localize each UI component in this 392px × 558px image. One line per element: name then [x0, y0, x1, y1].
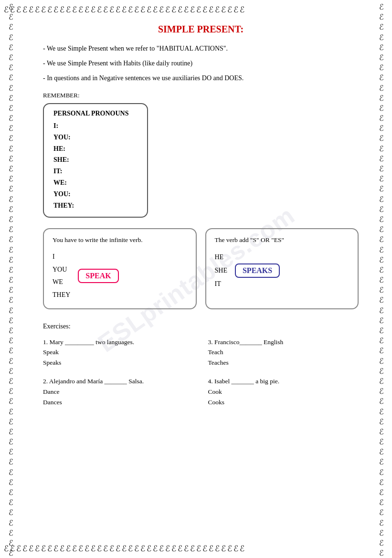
exercise-4-option-1: Cook	[208, 387, 359, 397]
pronoun-i: I:	[53, 120, 138, 132]
left-verb-badge: SPEAK	[78, 269, 118, 283]
title-text-red: SIMPLE PRESENT:	[158, 24, 244, 34]
right-verb-badge: SPEAKS	[235, 263, 280, 278]
page: ℰℰℰℰℰℰℰℰℰℰℰℰℰℰℰℰℰℰℰℰℰℰℰℰℰℰℰℰℰℰℰℰℰℰℰℰℰℰℰ …	[0, 0, 392, 558]
left-info-box: You have to write the infinite verb. I Y…	[43, 228, 197, 309]
main-content: SIMPLE PRESENT: - We use Simple Present …	[43, 24, 359, 416]
exercise-3-option-2: Teaches	[208, 358, 359, 368]
pronoun-we: WE:	[53, 177, 138, 189]
pronoun-it: IT:	[53, 166, 138, 177]
border-top: ℰℰℰℰℰℰℰℰℰℰℰℰℰℰℰℰℰℰℰℰℰℰℰℰℰℰℰℰℰℰℰℰℰℰℰℰℰℰℰ	[0, 0, 392, 19]
verb-boxes: You have to write the infinite verb. I Y…	[43, 228, 359, 309]
left-pronoun-list: I YOU WE THEY	[53, 251, 70, 301]
exercise-2-sentence: 2. Alejandro and María _______ Salsa.	[43, 376, 194, 387]
left-pronoun-they: THEY	[53, 289, 70, 302]
exercise-1-sentence: 1. Mary _________ two languages.	[43, 337, 194, 347]
exercise-2-option-1: Dance	[43, 387, 194, 397]
right-pronoun-verb-row: HE SHE IT SPEAKS	[215, 251, 350, 291]
exercise-2: 2. Alejandro and María _______ Salsa. Da…	[43, 376, 194, 407]
border-right: ℰ ℰ ℰ ℰ ℰ ℰ ℰ ℰ ℰ ℰ ℰ ℰ ℰ ℰ ℰ ℰ ℰ ℰ ℰ ℰ …	[371, 0, 392, 558]
pronouns-box-title: PERSONAL PRONOUNS	[53, 110, 138, 117]
exercise-1: 1. Mary _________ two languages. Speak S…	[43, 337, 194, 368]
pronoun-he: HE:	[53, 143, 138, 155]
right-pronoun-he: HE	[215, 251, 227, 264]
rule-1: - We use Simple Present when we refer to…	[43, 43, 359, 53]
rule-2: - We use Simple Present with Habits (lik…	[43, 58, 359, 68]
right-pronoun-list: HE SHE IT	[215, 251, 227, 291]
exercise-3-option-1: Teach	[208, 347, 359, 358]
exercises-grid: 1. Mary _________ two languages. Speak S…	[43, 337, 359, 416]
border-left: ℰ ℰ ℰ ℰ ℰ ℰ ℰ ℰ ℰ ℰ ℰ ℰ ℰ ℰ ℰ ℰ ℰ ℰ ℰ ℰ …	[0, 0, 21, 558]
exercise-3: 3. Francisco_______ English Teach Teache…	[208, 337, 359, 368]
border-bottom: ℰℰℰℰℰℰℰℰℰℰℰℰℰℰℰℰℰℰℰℰℰℰℰℰℰℰℰℰℰℰℰℰℰℰℰℰℰℰℰ	[0, 539, 392, 558]
left-pronoun-we: WE	[53, 276, 70, 289]
right-pronoun-she: SHE	[215, 264, 227, 277]
left-pronoun-i: I	[53, 251, 70, 263]
pronoun-you: YOU:	[53, 132, 138, 143]
exercise-4-option-2: Cooks	[208, 397, 359, 408]
exercise-4-sentence: 4. Isabel _______ a big pie.	[208, 376, 359, 387]
remember-label: REMEMBER:	[43, 92, 359, 99]
right-info-box: The verb add "S" OR "ES" HE SHE IT SPEAK…	[205, 228, 359, 309]
left-pronoun-verb-row: I YOU WE THEY SPEAK	[53, 251, 187, 301]
exercise-3-sentence: 3. Francisco_______ English	[208, 337, 359, 347]
pronouns-box: PERSONAL PRONOUNS I: YOU: HE: SHE: IT: W…	[43, 103, 148, 218]
pronoun-you2: YOU:	[53, 189, 138, 200]
exercises-title: Exercises:	[43, 323, 359, 330]
right-pronoun-it: IT	[215, 277, 227, 291]
exercise-2-option-2: Dances	[43, 397, 194, 408]
page-title: SIMPLE PRESENT:	[43, 24, 359, 35]
right-box-intro: The verb add "S" OR "ES"	[215, 236, 350, 245]
exercise-4: 4. Isabel _______ a big pie. Cook Cooks	[208, 376, 359, 407]
exercise-1-option-1: Speak	[43, 347, 194, 358]
pronoun-she: SHE:	[53, 154, 138, 166]
exercise-1-option-2: Speaks	[43, 358, 194, 368]
exercises-section: Exercises: 1. Mary _________ two languag…	[43, 323, 359, 416]
left-box-intro: You have to write the infinite verb.	[53, 236, 187, 245]
pronoun-they: THEY:	[53, 200, 138, 211]
rule-3: - In questions and in Negative sentences…	[43, 73, 359, 83]
left-pronoun-you: YOU	[53, 263, 70, 276]
